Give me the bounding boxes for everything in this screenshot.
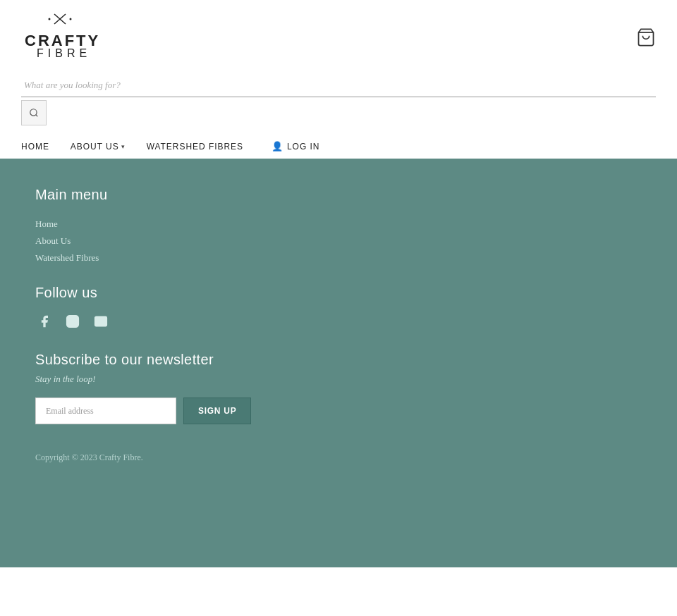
search-button[interactable] [21,100,47,125]
main-menu-title: Main menu [35,187,642,203]
svg-text:FIBRE: FIBRE [37,47,91,59]
header-top: CRAFTY FIBRE [21,0,656,74]
about-us-chevron: ▾ [121,143,126,150]
header: CRAFTY FIBRE HOME ABOUT US ▾ [0,0,677,159]
cart-icon [636,27,656,47]
instagram-icon[interactable] [63,312,82,331]
search-icon [29,108,39,118]
subscribe-title: Subscribe to our newsletter [35,352,642,368]
svg-point-10 [71,319,75,324]
follow-us-title: Follow us [35,285,642,301]
svg-point-11 [75,318,76,319]
menu-link-home[interactable]: Home [35,217,642,230]
main-nav: HOME ABOUT US ▾ WATERSHED FIBRES 👤 LOG I… [21,131,656,159]
nav-item-watershed-fibres[interactable]: WATERSHED FIBRES [147,142,243,152]
main-menu-links: Home About Us Watershed Fibres [35,217,642,264]
login-button[interactable]: 👤 LOG IN [272,141,319,152]
copyright-text: Copyright © 2023 Crafty Fibre. [35,452,642,463]
search-container [21,74,656,131]
svg-line-8 [36,115,38,117]
facebook-icon[interactable] [35,312,54,331]
menu-link-about-us[interactable]: About Us [35,234,642,247]
email-icon[interactable] [92,312,110,331]
svg-point-3 [70,18,72,20]
nav-item-home[interactable]: HOME [21,142,49,152]
subscribe-form: SIGN UP [35,398,642,424]
subscribe-subtitle: Stay in the loop! [35,374,642,385]
cart-button[interactable] [636,27,656,50]
email-input[interactable] [35,398,176,424]
menu-link-watershed-fibres[interactable]: Watershed Fibres [35,251,642,264]
logo-svg: CRAFTY FIBRE [21,11,99,67]
logo[interactable]: CRAFTY FIBRE [21,11,99,67]
signup-button[interactable]: SIGN UP [183,398,251,424]
person-icon: 👤 [272,141,283,152]
svg-point-2 [49,18,51,20]
nav-item-about-us[interactable]: ABOUT US ▾ [71,142,126,152]
search-input[interactable] [21,74,656,97]
main-content: Main menu Home About Us Watershed Fibres… [0,159,677,567]
social-icons [35,312,642,331]
svg-point-7 [30,109,37,116]
